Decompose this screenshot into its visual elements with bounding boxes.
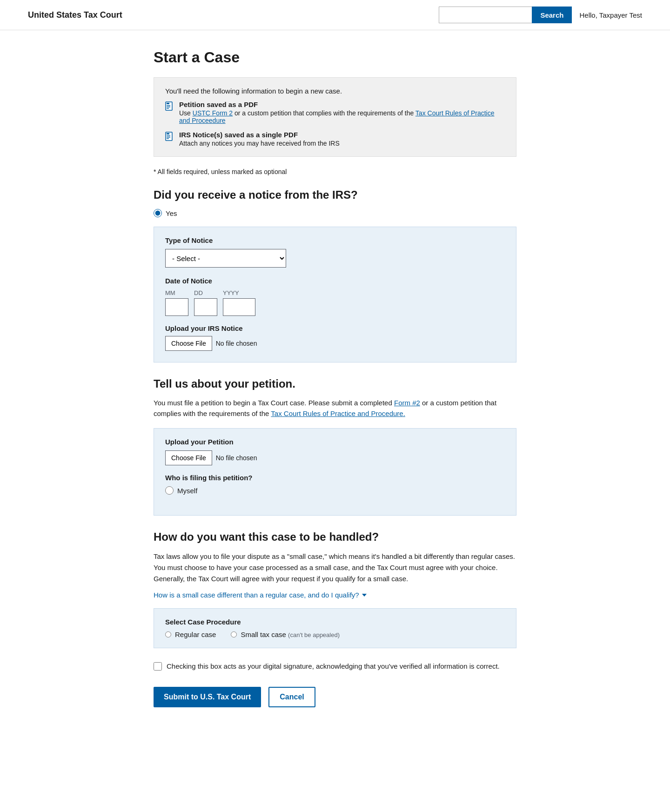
info-item-irs: IRS Notice(s) saved as a single PDF Atta… [165, 131, 505, 147]
user-greeting: Hello, Taxpayer Test [579, 11, 642, 19]
mm-label: MM [165, 289, 188, 296]
submit-button[interactable]: Submit to U.S. Tax Court [154, 687, 261, 707]
mm-input[interactable] [165, 298, 188, 316]
regular-case-item: Regular case [165, 631, 216, 638]
date-group: MM DD YYYY [165, 289, 505, 316]
svg-rect-6 [167, 135, 170, 136]
irs-file-input-row: Choose File No file chosen [165, 336, 505, 351]
svg-rect-1 [167, 105, 170, 106]
required-note: * All fields required, unless marked as … [154, 168, 516, 175]
small-case-item: Small tax case (can't be appealed) [231, 631, 340, 638]
who-filing-label: Who is filing this petition? [165, 474, 505, 482]
petition-choose-file-btn[interactable]: Choose File [165, 450, 212, 465]
cant-appeal-note: (can't be appealed) [288, 631, 340, 638]
main-content: Start a Case You'll need the following i… [126, 30, 544, 735]
svg-rect-8 [167, 138, 169, 139]
case-handling-section: How do you want this case to be handled?… [154, 530, 516, 648]
small-case-label[interactable]: Small tax case (can't be appealed) [241, 631, 340, 638]
info-intro: You'll need the following information to… [165, 87, 505, 95]
tax-court-rules-link2[interactable]: Tax Court Rules of Practice and Procedur… [271, 409, 405, 417]
yyyy-input[interactable] [223, 298, 255, 316]
button-row: Submit to U.S. Tax Court Cancel [154, 687, 516, 707]
yes-radio-group: Yes [154, 209, 516, 217]
type-of-notice-label: Type of Notice [165, 236, 505, 244]
irs-pdf-icon [165, 132, 174, 143]
form2-link[interactable]: Form #2 [394, 399, 420, 407]
case-procedure-box: Select Case Procedure Regular case Small… [154, 608, 516, 648]
header: United States Tax Court Search Hello, Ta… [0, 0, 670, 30]
yes-label[interactable]: Yes [166, 209, 177, 217]
regular-case-radio[interactable] [165, 631, 171, 638]
header-right: Search Hello, Taxpayer Test [439, 7, 642, 23]
search-bar: Search [439, 7, 572, 23]
petition-file-input-row: Choose File No file chosen [165, 450, 505, 465]
myself-label[interactable]: Myself [177, 487, 197, 495]
regular-case-label[interactable]: Regular case [175, 631, 216, 638]
svg-rect-2 [167, 107, 170, 107]
pdf-icon [165, 101, 174, 113]
irs-section-title: Did you receive a notice from the IRS? [154, 188, 516, 201]
svg-rect-4 [167, 103, 169, 104]
expand-small-case-link[interactable]: How is a small case different than a reg… [154, 591, 367, 599]
myself-radio[interactable] [165, 486, 174, 495]
search-button[interactable]: Search [532, 7, 572, 23]
date-of-notice-label: Date of Notice [165, 277, 505, 285]
mm-field-wrap: MM [165, 289, 188, 316]
expand-link-text: How is a small case different than a reg… [154, 591, 359, 599]
yes-radio[interactable] [154, 209, 162, 217]
dd-input[interactable] [194, 298, 217, 316]
signature-row: Checking this box acts as your digital s… [154, 661, 516, 672]
svg-rect-7 [167, 137, 170, 138]
petition-section-title: Tell us about your petition. [154, 377, 516, 390]
irs-detail: Attach any notices you may have received… [179, 140, 340, 147]
search-input[interactable] [439, 7, 532, 23]
dd-field-wrap: DD [194, 289, 217, 316]
svg-rect-3 [167, 108, 169, 109]
irs-no-file-text: No file chosen [216, 340, 257, 347]
upload-irs-label: Upload your IRS Notice [165, 324, 505, 332]
procedure-radios: Regular case Small tax case (can't be ap… [165, 631, 505, 638]
myself-radio-group: Myself [165, 486, 505, 495]
petition-no-file-text: No file chosen [216, 454, 257, 462]
irs-pdf-text: IRS Notice(s) saved as a single PDF Atta… [179, 131, 340, 147]
type-of-notice-select[interactable]: - Select - [165, 249, 286, 268]
irs-choose-file-btn[interactable]: Choose File [165, 336, 212, 351]
petition-pdf-text: Petition saved as a PDF Use USTC Form 2 … [179, 101, 505, 124]
petition-desc: You must file a petition to begin a Tax … [154, 398, 516, 419]
upload-petition-label: Upload your Petition [165, 438, 505, 446]
chevron-down-icon [362, 594, 367, 597]
signature-checkbox[interactable] [154, 662, 162, 671]
svg-rect-9 [167, 133, 169, 134]
info-box: You'll need the following information to… [154, 77, 516, 157]
page-title: Start a Case [154, 49, 516, 66]
cancel-button[interactable]: Cancel [268, 687, 315, 707]
ustc-form2-link[interactable]: USTC Form 2 [193, 109, 233, 117]
small-case-radio[interactable] [231, 631, 237, 638]
yyyy-field-wrap: YYYY [223, 289, 255, 316]
case-procedure-label: Select Case Procedure [165, 618, 505, 626]
irs-heading: IRS Notice(s) saved as a single PDF [179, 131, 340, 139]
signature-text[interactable]: Checking this box acts as your digital s… [167, 661, 500, 672]
info-item-petition: Petition saved as a PDF Use USTC Form 2 … [165, 101, 505, 124]
petition-heading: Petition saved as a PDF [179, 101, 505, 108]
site-logo: United States Tax Court [28, 10, 122, 20]
dd-label: DD [194, 289, 217, 296]
case-handling-title: How do you want this case to be handled? [154, 530, 516, 544]
petition-detail: Use USTC Form 2 or a custom petition tha… [179, 109, 505, 124]
case-handling-desc: Tax laws allow you to file your dispute … [154, 551, 516, 584]
who-filing-group: Who is filing this petition? Myself [165, 474, 505, 495]
petition-box: Upload your Petition Choose File No file… [154, 428, 516, 516]
yyyy-label: YYYY [223, 289, 255, 296]
irs-notice-box: Type of Notice - Select - Date of Notice… [154, 227, 516, 362]
